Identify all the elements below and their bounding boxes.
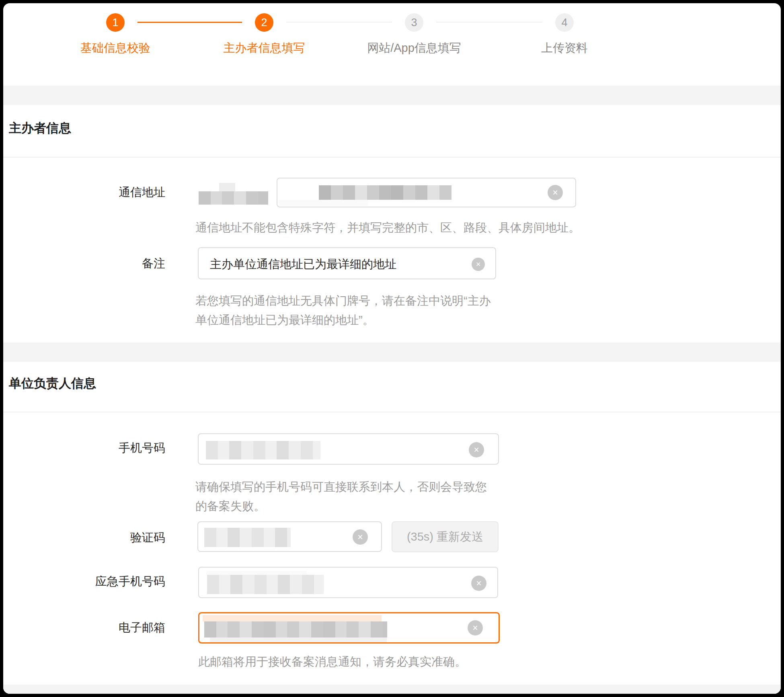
- mobile-helper-line2: 的备案失败。: [195, 496, 487, 516]
- clear-icon[interactable]: ×: [472, 258, 485, 271]
- address-input[interactable]: ×: [277, 178, 576, 207]
- step-3-label: 网站/App信息填写: [338, 40, 491, 56]
- redacted-mobile-value: [206, 441, 320, 459]
- redacted-email-tint: [203, 615, 382, 621]
- remark-helper-text: 若您填写的通信地址无具体门牌号，请在备注中说明“主办 单位通信地址已为最详细的地…: [195, 291, 491, 330]
- remark-input[interactable]: 主办单位通信地址已为最详细的地址 ×: [198, 247, 496, 279]
- redacted-emergency-smudge: [206, 571, 307, 575]
- mobile-helper-text: 请确保填写的手机号码可直接联系到本人，否则会导致您 的备案失败。: [195, 477, 487, 516]
- redacted-region-prefix: [199, 191, 268, 205]
- step-3-indicator: 3: [405, 13, 423, 32]
- redacted-emergency-value: [207, 575, 324, 594]
- clear-icon[interactable]: ×: [548, 185, 563, 200]
- remark-value: 主办单位通信地址已为最详细的地址: [210, 257, 396, 271]
- captcha-label: 验证码: [6, 531, 165, 544]
- step-4-indicator: 4: [555, 13, 574, 32]
- step-2-label: 主办者信息填写: [188, 40, 341, 56]
- step-4-label: 上传资料: [488, 40, 641, 56]
- mobile-label: 手机号码: [6, 441, 165, 455]
- clear-icon[interactable]: ×: [353, 529, 368, 545]
- step-connector-3-4: [436, 22, 542, 23]
- mobile-input[interactable]: ×: [198, 433, 499, 465]
- step-2-indicator: 2: [255, 13, 273, 32]
- address-label: 通信地址: [6, 185, 165, 199]
- email-input[interactable]: ×: [198, 612, 500, 644]
- redacted-email-smudge: [210, 638, 387, 642]
- captcha-input[interactable]: ×: [197, 521, 382, 552]
- step-connector-1-2: [138, 22, 242, 23]
- emergency-mobile-label: 应急手机号码: [6, 574, 165, 588]
- organizer-section-title: 主办者信息: [9, 121, 71, 136]
- redacted-region-prefix-top: [219, 183, 235, 191]
- redacted-address-smudge: [279, 200, 368, 206]
- screenshot-frame: 1 2 3 4 基础信息校验 主办者信息填写 网站/App信息填写 上传资料 主…: [0, 0, 784, 697]
- clear-icon[interactable]: ×: [471, 576, 486, 591]
- clear-icon[interactable]: ×: [469, 442, 484, 457]
- bottom-separator-band: [3, 685, 781, 694]
- icp-filing-form-page: 1 2 3 4 基础信息校验 主办者信息填写 网站/App信息填写 上传资料 主…: [3, 3, 781, 694]
- section-divider: [3, 157, 781, 158]
- step-1-label: 基础信息校验: [39, 40, 192, 56]
- emergency-mobile-input[interactable]: ×: [198, 567, 498, 598]
- redacted-captcha-value: [204, 528, 291, 547]
- address-helper-text: 通信地址不能包含特殊字符，并填写完整的市、区、路段、具体房间地址。: [195, 218, 580, 237]
- email-helper-text: 此邮箱将用于接收备案消息通知，请务必真实准确。: [198, 652, 466, 671]
- redacted-email-value: [204, 621, 387, 638]
- step-connector-2-3: [286, 22, 392, 23]
- resend-code-button[interactable]: (35s) 重新发送: [392, 521, 499, 552]
- remark-label: 备注: [6, 256, 165, 270]
- section-separator-band: [3, 342, 781, 362]
- email-label: 电子邮箱: [6, 621, 165, 634]
- principal-section-title: 单位负责人信息: [9, 376, 96, 391]
- step-1-indicator: 1: [106, 13, 125, 32]
- clear-icon[interactable]: ×: [468, 620, 483, 636]
- section-divider: [3, 412, 781, 412]
- mobile-helper-line1: 请确保填写的手机号码可直接联系到本人，否则会导致您: [195, 477, 487, 496]
- remark-helper-line1: 若您填写的通信地址无具体门牌号，请在备注中说明“主办: [195, 291, 491, 310]
- section-separator-band: [3, 86, 781, 105]
- remark-helper-line2: 单位通信地址已为最详细的地址”。: [195, 310, 491, 330]
- redacted-address-value: [319, 185, 452, 200]
